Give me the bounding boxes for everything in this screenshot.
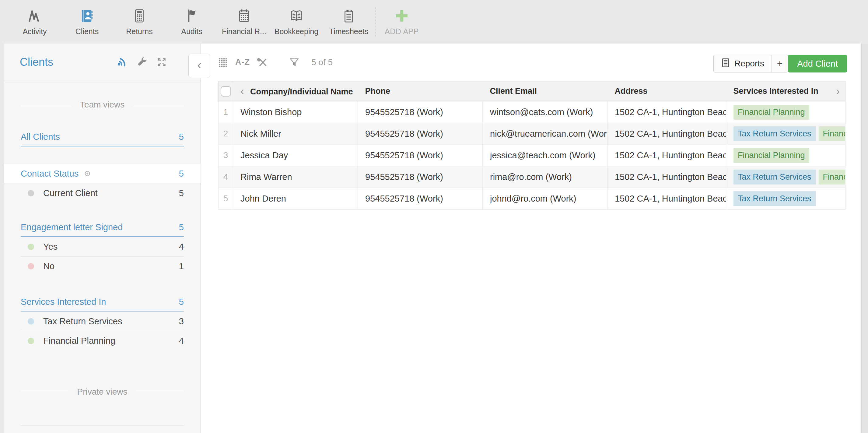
reports-button[interactable]: Reports — [714, 55, 772, 72]
expand-icon[interactable] — [156, 57, 167, 67]
column-header-services-interested-in[interactable]: Services Interested In› — [726, 81, 845, 102]
status-dot — [28, 263, 34, 269]
cell-phone[interactable]: 9545525718 (Work) — [358, 145, 483, 166]
divider-label: Private views — [77, 387, 127, 397]
filter-funnel-icon[interactable] — [289, 57, 300, 68]
cell-name[interactable]: Nick Miller — [233, 123, 358, 145]
nav-item-label: Bookkeeping — [275, 27, 319, 36]
cell-email[interactable]: johnd@ro.com (Work) — [483, 188, 608, 209]
cell-email[interactable]: wintson@cats.com (Work) — [483, 102, 608, 123]
sidebar-filter-no[interactable]: No1 — [4, 256, 200, 276]
nav-item-label: Returns — [126, 27, 153, 36]
reports-label: Reports — [734, 59, 764, 68]
service-tag: Financial Planning — [734, 148, 809, 163]
column-header-phone[interactable]: Phone — [358, 81, 483, 102]
cell-phone[interactable]: 9545525718 (Work) — [358, 188, 483, 209]
cell-services[interactable]: Tax Return Services — [726, 188, 845, 209]
cell-address[interactable]: 1502 CA-1, Huntington Beach, CA — [608, 166, 726, 188]
chevron-left-icon[interactable]: ‹ — [241, 85, 244, 97]
view-count: 5 — [179, 222, 184, 232]
cell-phone[interactable]: 9545525718 (Work) — [358, 102, 483, 123]
grid-columns-icon[interactable] — [218, 58, 228, 67]
nav-item-audits[interactable]: Audits — [165, 0, 218, 44]
cell-address[interactable]: 1502 CA-1, Huntington Beach, CA — [608, 123, 726, 145]
add-report-button[interactable]: + — [772, 55, 788, 72]
nav-item-clients[interactable]: Clients — [61, 0, 113, 44]
filter-count: 4 — [179, 336, 184, 346]
cell-services[interactable]: Financial Planning — [726, 102, 845, 123]
table-row[interactable]: 2Nick Miller9545525718 (Work)nick@trueam… — [219, 123, 845, 145]
cell-phone[interactable]: 9545525718 (Work) — [358, 166, 483, 188]
status-dot — [28, 318, 34, 325]
returns-icon — [132, 8, 146, 24]
sidebar-filter-current-client[interactable]: Current Client5 — [4, 183, 200, 203]
sidebar-view-all-clients[interactable]: All Clients5 — [4, 127, 200, 146]
service-tag: Tax Return Services — [734, 126, 816, 141]
divider-line — [136, 392, 184, 392]
sidebar-collapse-button[interactable]: ‹ — [188, 54, 210, 78]
table-row[interactable]: 3Jessica Day9545525718 (Work)jessica@tea… — [219, 145, 845, 166]
vertical-scrollbar[interactable] — [861, 44, 868, 433]
nav-item-bookkeeping[interactable]: Bookkeeping — [270, 0, 322, 44]
sort-az-icon[interactable]: A-Z — [235, 58, 250, 67]
cell-services[interactable]: Tax Return ServicesFinancial Planning — [726, 123, 845, 145]
column-header-address[interactable]: Address — [608, 81, 726, 102]
view-count: 5 — [179, 297, 184, 307]
tools-icon[interactable] — [257, 57, 268, 68]
cell-name[interactable]: Rima Warren — [233, 166, 358, 188]
table-row[interactable]: 4Rima Warren9545525718 (Work)rima@ro.com… — [219, 166, 845, 188]
sidebar-filter-financial-planning[interactable]: Financial Planning4 — [4, 331, 200, 350]
column-header-client-email[interactable]: Client Email — [483, 81, 608, 102]
table-row[interactable]: 1Winston Bishop9545525718 (Work)wintson@… — [219, 102, 845, 123]
cell-services[interactable]: Tax Return ServicesFinancial Planning — [726, 166, 845, 188]
feed-icon[interactable] — [117, 57, 128, 67]
service-tag: Tax Return Services — [734, 170, 816, 184]
cell-address[interactable]: 1502 CA-1, Huntington Beach, CA — [608, 188, 726, 209]
view-count: 5 — [179, 132, 184, 142]
add-app-label: ADD APP — [385, 27, 419, 36]
nav-item-label: Audits — [181, 27, 202, 36]
sidebar-divider-private-views: Private views — [4, 382, 200, 402]
service-tags: Tax Return ServicesFinancial Planning — [734, 170, 845, 184]
wrench-icon[interactable] — [137, 57, 148, 67]
row-number-cell: 1 — [219, 102, 233, 123]
cell-services[interactable]: Financial Planning — [726, 145, 845, 166]
cell-email[interactable]: rima@ro.com (Work) — [483, 166, 608, 188]
sidebar-view-contact-status[interactable]: Contact Status5 — [4, 164, 200, 183]
cell-address[interactable]: 1502 CA-1, Huntington Beach, CA — [608, 102, 726, 123]
nav-item-activity[interactable]: Activity — [8, 0, 61, 44]
sidebar-view-engagement-letter-signed[interactable]: Engagement letter Signed5 — [4, 218, 200, 237]
nav-item-financial-r[interactable]: Financial R... — [218, 0, 270, 44]
add-app-button[interactable]: ADD APP — [376, 0, 428, 44]
sidebar-view-group-services-interested-in: Services Interested In5Tax Return Servic… — [4, 292, 200, 350]
column-header-label: Client Email — [490, 86, 537, 96]
cell-name[interactable]: John Deren — [233, 188, 358, 209]
chevron-right-icon[interactable]: › — [836, 85, 840, 98]
divider-line — [21, 105, 71, 105]
filter-count: 1 — [179, 261, 184, 271]
nav-item-label: Clients — [75, 27, 99, 36]
cell-name[interactable]: Winston Bishop — [233, 102, 358, 123]
sidebar-view-group-all-clients: All Clients5 — [4, 127, 200, 146]
clients-table: ‹Company/Individual NamePhoneClient Emai… — [218, 81, 845, 209]
cell-email[interactable]: jessica@teach.com (Work) — [483, 145, 608, 166]
cell-phone[interactable]: 9545525718 (Work) — [358, 123, 483, 145]
cell-address[interactable]: 1502 CA-1, Huntington Beach, CA — [608, 145, 726, 166]
timesheets-icon — [342, 8, 356, 24]
sidebar-view-list: Team viewsAll Clients5Contact Status5Cur… — [4, 95, 200, 425]
sidebar-view-services-interested-in[interactable]: Services Interested In5 — [4, 292, 200, 312]
column-header-label: Company/Individual Name — [250, 87, 353, 96]
view-count: 5 — [179, 169, 184, 179]
column-header-company-individual-name[interactable]: ‹Company/Individual Name — [233, 81, 358, 102]
sidebar-filter-tax-return-services[interactable]: Tax Return Services3 — [4, 312, 200, 331]
select-all-checkbox[interactable] — [221, 86, 231, 96]
divider-line — [21, 392, 68, 392]
add-client-button[interactable]: Add Client — [788, 55, 847, 73]
cell-email[interactable]: nick@trueamerican.com (Work) — [483, 123, 608, 145]
activity-icon — [28, 8, 42, 24]
sidebar-filter-yes[interactable]: Yes4 — [4, 237, 200, 256]
table-row[interactable]: 5John Deren9545525718 (Work)johnd@ro.com… — [219, 188, 845, 209]
nav-item-returns[interactable]: Returns — [113, 0, 165, 44]
cell-name[interactable]: Jessica Day — [233, 145, 358, 166]
nav-item-timesheets[interactable]: Timesheets — [322, 0, 375, 44]
